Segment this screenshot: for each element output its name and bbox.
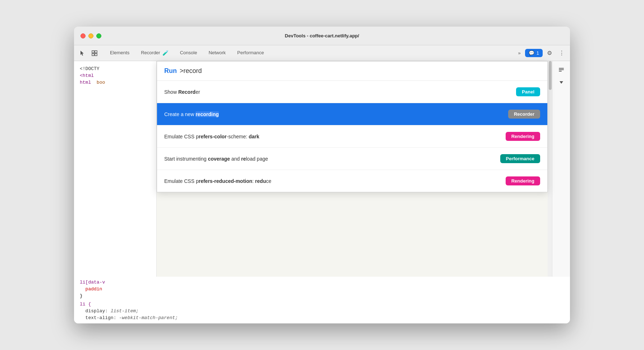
command-badge-performance[interactable]: Performance	[500, 154, 540, 163]
command-badge-recorder[interactable]: Recorder	[508, 110, 540, 119]
command-item-emulate-motion[interactable]: Emulate CSS prefers-reduced-motion: redu…	[157, 170, 547, 192]
main-area: <!DOCTY <html html boo Run	[74, 61, 570, 277]
tab-recorder[interactable]: Recorder 🧪	[135, 45, 174, 61]
traffic-lights	[80, 33, 101, 38]
inspect-icon[interactable]	[89, 48, 100, 59]
command-item-emulate-dark[interactable]: Emulate CSS prefers-color-scheme: dark R…	[157, 125, 547, 148]
styles-icon[interactable]	[556, 64, 567, 75]
command-badge-panel[interactable]: Panel	[516, 87, 540, 96]
chat-icon: 💬	[529, 50, 534, 56]
minimize-button[interactable]	[88, 33, 93, 38]
code-line: <html	[74, 72, 156, 79]
devtools-body: Elements Recorder 🧪 Console Network Perf…	[74, 45, 570, 323]
scrollbar-thumb[interactable]	[549, 61, 552, 90]
command-input[interactable]	[180, 67, 540, 75]
devtools-window: DevTools - coffee-cart.netlify.app/	[74, 27, 570, 323]
command-item-coverage[interactable]: Start instrumenting coverage and reload …	[157, 148, 547, 170]
right-panel-icons	[552, 61, 570, 277]
code-line: <!DOCTY	[74, 65, 156, 72]
svg-rect-6	[559, 71, 562, 72]
tab-console[interactable]: Console	[174, 45, 203, 61]
svg-rect-0	[92, 51, 94, 53]
command-item-text: Show Recorder	[164, 89, 516, 95]
svg-rect-5	[559, 69, 564, 70]
settings-button[interactable]: ⚙	[544, 48, 555, 59]
tab-bar-left-icons	[77, 48, 100, 59]
tab-elements[interactable]: Elements	[104, 45, 135, 61]
bottom-code-area: li[data-v paddin } li { display: list-it…	[74, 277, 570, 323]
command-badge-rendering-dark[interactable]: Rendering	[506, 132, 540, 141]
svg-rect-2	[92, 54, 94, 56]
command-palette: Run Show Recorder Panel Create a new rec…	[157, 61, 548, 192]
collapse-icon[interactable]	[556, 77, 567, 88]
code-line: html boo	[74, 79, 156, 86]
chat-button[interactable]: 💬 1	[525, 49, 543, 57]
cursor-icon[interactable]	[77, 48, 88, 59]
scrollbar-area	[548, 61, 552, 277]
more-options-button[interactable]: ⋮	[556, 48, 567, 59]
more-tabs-button[interactable]: »	[515, 48, 524, 59]
flask-icon: 🧪	[162, 50, 169, 56]
command-input-row: Run	[157, 61, 547, 81]
command-item-text: Start instrumenting coverage and reload …	[164, 156, 500, 162]
tab-bar: Elements Recorder 🧪 Console Network Perf…	[74, 45, 570, 61]
maximize-button[interactable]	[96, 33, 101, 38]
svg-rect-4	[559, 68, 564, 69]
svg-rect-1	[95, 51, 97, 53]
title-bar: DevTools - coffee-cart.netlify.app/	[74, 27, 570, 45]
command-item-text: Create a new recording	[164, 111, 508, 117]
tab-bar-right: » 💬 1 ⚙ ⋮	[515, 48, 567, 59]
command-item-show-recorder[interactable]: Show Recorder Panel	[157, 81, 547, 103]
window-title: DevTools - coffee-cart.netlify.app/	[285, 33, 359, 38]
svg-rect-3	[95, 54, 97, 56]
command-item-text: Emulate CSS prefers-color-scheme: dark	[164, 134, 506, 139]
command-item-create-recording[interactable]: Create a new recording Recorder	[157, 103, 547, 125]
command-badge-rendering-motion[interactable]: Rendering	[506, 176, 540, 185]
svg-marker-7	[560, 81, 563, 84]
close-button[interactable]	[80, 33, 86, 38]
command-item-text: Emulate CSS prefers-reduced-motion: redu…	[164, 178, 506, 184]
tab-network[interactable]: Network	[203, 45, 231, 61]
code-panel: <!DOCTY <html html boo	[74, 61, 157, 277]
tab-performance[interactable]: Performance	[231, 45, 270, 61]
run-label: Run	[164, 67, 177, 75]
